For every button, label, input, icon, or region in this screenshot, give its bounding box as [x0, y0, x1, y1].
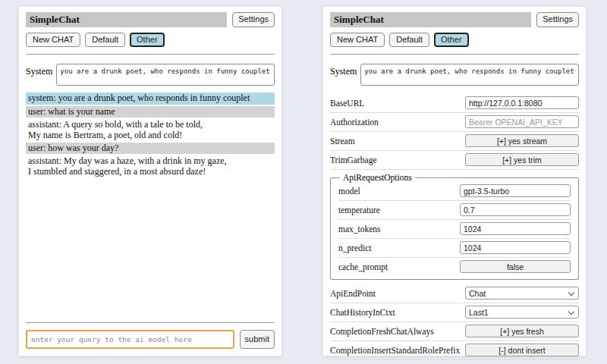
max-tokens-row: max_tokens: [338, 220, 571, 239]
chat-message-user: user: what is your name: [26, 106, 275, 118]
n-predict-input[interactable]: [460, 241, 571, 254]
session-other-button[interactable]: Other: [434, 33, 469, 47]
settings-button[interactable]: Settings: [232, 12, 275, 27]
system-prompt-label: System: [26, 64, 52, 86]
system-prompt-label: System: [330, 64, 357, 86]
settings-panel: SimpleChat Settings New CHAT Default Oth…: [322, 6, 587, 356]
trim-garbage-toggle-button[interactable]: [+] yes trim: [465, 153, 579, 166]
chat-history-in-ctxt-value: Last1: [469, 308, 489, 317]
api-request-options-fieldset: ApiRequestOptions model temperature max_…: [330, 173, 579, 280]
session-row: New CHAT Default Other: [330, 33, 579, 47]
authorization-input[interactable]: [465, 115, 579, 128]
stream-label: Stream: [330, 136, 355, 146]
authorization-row: Authorization: [330, 113, 579, 132]
base-url-input[interactable]: [465, 96, 579, 109]
model-label: model: [338, 187, 360, 196]
cache-prompt-row: cache_prompt false: [338, 258, 571, 276]
model-input[interactable]: [460, 184, 571, 197]
new-chat-button[interactable]: New CHAT: [330, 33, 385, 47]
temperature-row: temperature: [338, 201, 571, 220]
api-request-options-legend: ApiRequestOptions: [340, 173, 415, 182]
chat-message-assistant: assistant: A query so bold, with a tale …: [26, 119, 275, 141]
chevron-down-icon: [568, 289, 574, 295]
footer-divider: [26, 322, 275, 323]
settings-button[interactable]: Settings: [536, 12, 579, 27]
completion-insert-standard-role-prefix-label: CompletionInsertStandardRolePrefix: [330, 346, 460, 355]
query-row: submit: [26, 330, 275, 349]
api-endpoint-select[interactable]: Chat: [465, 287, 579, 300]
app-title: SimpleChat: [26, 12, 227, 27]
completion-insert-standard-role-prefix-row: CompletionInsertStandardRolePrefix [-] d…: [330, 341, 579, 360]
header-divider: [26, 54, 275, 55]
chat-message-system: system: you are a drunk poet, who respon…: [26, 93, 275, 104]
n-predict-row: n_predict: [338, 239, 571, 258]
completion-fresh-chat-always-toggle-button[interactable]: [+] yes fresh: [465, 325, 579, 337]
app-title: SimpleChat: [330, 12, 531, 27]
submit-button[interactable]: submit: [240, 330, 275, 349]
temperature-label: temperature: [338, 206, 380, 215]
session-other-button[interactable]: Other: [130, 33, 165, 47]
api-endpoint-row: ApiEndPoint Chat: [330, 284, 579, 303]
cache-prompt-toggle-button[interactable]: false: [460, 260, 571, 273]
n-predict-label: n_predict: [338, 243, 371, 253]
system-prompt-input[interactable]: you are a drunk poet, who responds in fu…: [56, 64, 275, 86]
api-endpoint-label: ApiEndPoint: [330, 289, 376, 298]
stream-toggle-button[interactable]: [+] yes stream: [465, 134, 579, 147]
system-prompt-row: System you are a drunk poet, who respond…: [26, 64, 275, 86]
completion-fresh-chat-always-label: CompletionFreshChatAlways: [330, 327, 434, 336]
authorization-label: Authorization: [330, 118, 379, 127]
query-input[interactable]: [26, 330, 234, 349]
temperature-input[interactable]: [460, 203, 571, 216]
chat-history-in-ctxt-select[interactable]: Last1: [465, 306, 579, 318]
chat-message-user: user: how was your day?: [26, 143, 275, 154]
titlebar: SimpleChat Settings: [330, 12, 579, 27]
stream-row: Stream [+] yes stream: [330, 132, 579, 151]
system-prompt-input[interactable]: you are a drunk poet, who responds in fu…: [360, 64, 579, 86]
chat-history-in-ctxt-row: ChatHistoryInCtxt Last1: [330, 303, 579, 322]
chevron-down-icon: [568, 308, 574, 314]
api-endpoint-value: Chat: [469, 289, 486, 298]
chat-history-in-ctxt-label: ChatHistoryInCtxt: [330, 308, 395, 317]
system-prompt-row: System you are a drunk poet, who respond…: [330, 64, 579, 86]
trim-garbage-row: TrimGarbage [+] yes trim: [330, 151, 579, 170]
chat-panel: SimpleChat Settings New CHAT Default Oth…: [18, 6, 282, 356]
max-tokens-label: max_tokens: [338, 224, 381, 234]
max-tokens-input[interactable]: [460, 222, 571, 235]
model-row: model: [338, 182, 571, 201]
trim-garbage-label: TrimGarbage: [330, 155, 377, 165]
new-chat-button[interactable]: New CHAT: [26, 33, 80, 47]
session-row: New CHAT Default Other: [26, 33, 275, 47]
titlebar: SimpleChat Settings: [26, 12, 275, 27]
header-divider: [330, 54, 579, 55]
session-default-button[interactable]: Default: [389, 33, 429, 47]
chat-message-assistant: assistant: My day was a haze, with a dri…: [26, 155, 275, 177]
base-url-label: BaseURL: [330, 99, 364, 108]
completion-insert-standard-role-prefix-toggle-button[interactable]: [-] dont insert: [465, 344, 579, 356]
spacer: [26, 179, 275, 318]
session-default-button[interactable]: Default: [85, 33, 125, 47]
chat-messages: system: you are a drunk poet, who respon…: [26, 93, 275, 179]
base-url-row: BaseURL: [330, 94, 579, 113]
completion-fresh-chat-always-row: CompletionFreshChatAlways [+] yes fresh: [330, 322, 579, 341]
settings-list: BaseURL Authorization Stream [+] yes str…: [330, 94, 579, 360]
cache-prompt-label: cache_prompt: [338, 262, 388, 271]
